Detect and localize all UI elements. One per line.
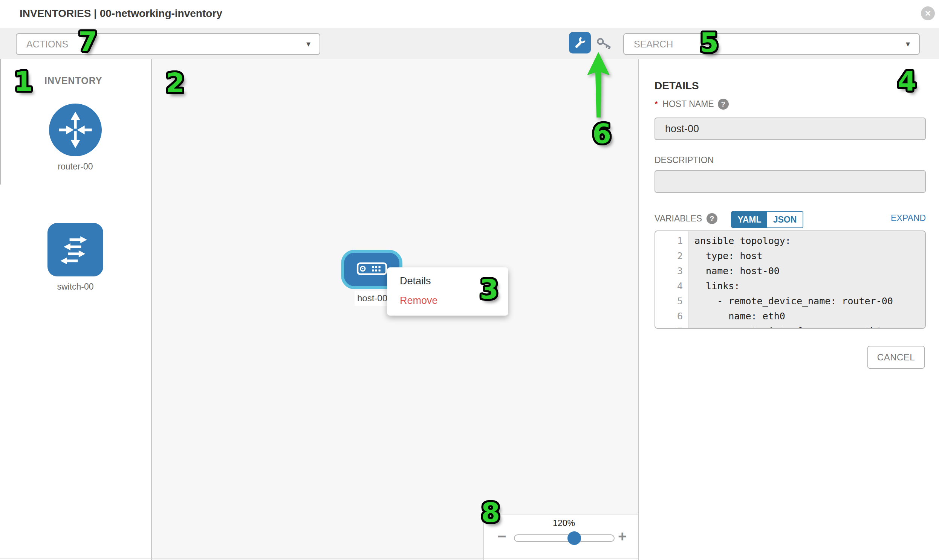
close-glyph: ✕ <box>925 9 931 18</box>
host-name-label-row: * HOST NAME ? <box>655 98 729 109</box>
zoom-control: 120% − + <box>483 514 638 560</box>
router-icon <box>49 103 102 156</box>
description-label-row: DESCRIPTION <box>655 155 714 165</box>
variables-code-editor[interactable]: 1 2 3 4 5 6 7 ansible_topology: type: ho… <box>655 231 926 329</box>
code-lines: ansible_topology: type: host name: host-… <box>688 231 925 328</box>
variables-format-toggle: YAML JSON <box>731 211 803 228</box>
line-number: 6 <box>655 309 688 324</box>
host-icon <box>356 262 387 277</box>
chevron-down-icon: ▾ <box>906 39 919 49</box>
variables-row: VARIABLES ? YAML JSON EXPAND <box>655 211 926 227</box>
details-title: DETAILS <box>655 80 699 92</box>
code-line: type: host <box>694 249 925 264</box>
line-number-gutter: 1 2 3 4 5 6 7 <box>655 231 688 328</box>
help-icon[interactable]: ? <box>706 213 717 224</box>
variables-label: VARIABLES <box>655 214 702 224</box>
palette-item-switch[interactable]: switch-00 <box>0 220 151 292</box>
zoom-level: 120% <box>484 518 644 528</box>
details-panel: DETAILS * HOST NAME ? DESCRIPTION VARIAB… <box>639 59 939 560</box>
context-menu: Details Remove <box>387 268 508 315</box>
line-number: 3 <box>655 264 688 279</box>
app-window: INVENTORIES | 00-networking-inventory ✕ … <box>0 0 939 560</box>
zoom-slider-thumb[interactable] <box>567 531 581 545</box>
description-label: DESCRIPTION <box>655 155 714 165</box>
search-placeholder: SEARCH <box>624 39 906 50</box>
wrench-button[interactable] <box>569 32 591 54</box>
help-icon[interactable]: ? <box>718 98 729 109</box>
line-number: 1 <box>655 234 688 249</box>
line-number: 4 <box>655 279 688 294</box>
zoom-out-button[interactable]: − <box>497 529 506 544</box>
cancel-button[interactable]: CANCEL <box>867 346 925 369</box>
key-button[interactable] <box>595 37 614 52</box>
code-line: remote_interface_name: eth0 <box>694 324 925 329</box>
inventory-sidebar: INVENTORY router-00 <box>0 59 152 560</box>
code-line: name: eth0 <box>694 309 925 324</box>
host-name-input[interactable] <box>655 117 926 140</box>
chevron-down-icon: ▾ <box>306 39 319 49</box>
description-input[interactable] <box>655 170 926 193</box>
tab-yaml[interactable]: YAML <box>732 212 767 228</box>
sidebar-title: INVENTORY <box>45 75 102 86</box>
canvas-bottom-border <box>0 558 639 559</box>
palette-item-label: switch-00 <box>0 282 151 292</box>
line-number: 2 <box>655 249 688 264</box>
tab-json[interactable]: JSON <box>767 212 803 228</box>
context-menu-item-details[interactable]: Details <box>387 271 508 291</box>
host-name-label: HOST NAME <box>662 99 714 109</box>
code-line: links: <box>694 279 925 294</box>
variables-label-row: VARIABLES ? <box>655 213 717 224</box>
required-asterisk: * <box>655 99 658 109</box>
toolbar: ACTIONS ▾ <box>0 28 939 60</box>
line-number: 7 <box>655 324 688 329</box>
search-dropdown[interactable]: SEARCH ▾ <box>623 33 920 55</box>
host-node-label: host-00 <box>355 291 390 306</box>
code-line: ansible_topology: <box>694 234 925 249</box>
header: INVENTORIES | 00-networking-inventory ✕ <box>0 0 939 28</box>
actions-dropdown[interactable]: ACTIONS ▾ <box>16 33 320 55</box>
expand-link[interactable]: EXPAND <box>891 213 926 223</box>
actions-placeholder: ACTIONS <box>17 39 306 50</box>
close-icon[interactable]: ✕ <box>921 6 935 20</box>
topology-canvas[interactable]: host-00 Details Remove 120% − + <box>152 59 639 560</box>
key-icon <box>596 37 613 52</box>
palette-item-router[interactable]: router-00 <box>0 103 151 172</box>
zoom-in-button[interactable]: + <box>618 529 627 544</box>
page-title: INVENTORIES | 00-networking-inventory <box>20 8 222 20</box>
wrench-icon <box>573 35 587 51</box>
palette-item-label: router-00 <box>0 162 151 172</box>
switch-icon <box>48 223 103 277</box>
code-line: name: host-00 <box>694 264 925 279</box>
zoom-slider[interactable] <box>514 534 615 542</box>
line-number: 5 <box>655 294 688 309</box>
code-line: - remote_device_name: router-00 <box>694 294 925 309</box>
context-menu-item-remove[interactable]: Remove <box>387 291 508 310</box>
